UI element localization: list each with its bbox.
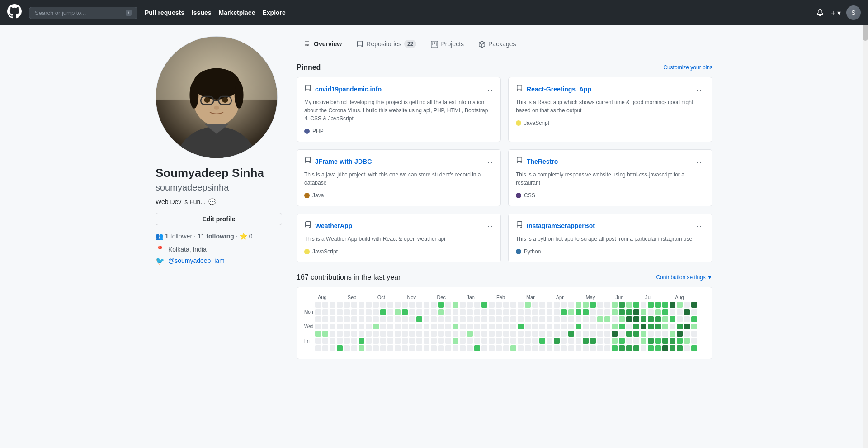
contrib-day-22-0[interactable]	[474, 302, 480, 308]
contrib-day-16-0[interactable]	[431, 302, 437, 308]
contrib-day-46-6[interactable]	[648, 345, 654, 351]
contrib-day-39-5[interactable]	[597, 338, 603, 344]
contrib-day-18-5[interactable]	[445, 338, 451, 344]
contrib-day-39-1[interactable]	[597, 309, 603, 315]
contrib-day-41-3[interactable]	[612, 324, 618, 329]
contrib-day-31-4[interactable]	[539, 331, 545, 337]
contrib-day-50-5[interactable]	[677, 338, 683, 344]
contrib-day-33-5[interactable]	[554, 338, 560, 344]
contrib-day-1-0[interactable]	[322, 302, 328, 308]
contrib-day-38-2[interactable]	[590, 316, 596, 322]
contrib-day-36-6[interactable]	[576, 345, 581, 351]
contrib-day-27-5[interactable]	[510, 338, 516, 344]
contrib-day-12-4[interactable]	[402, 331, 408, 337]
contrib-day-9-5[interactable]	[380, 338, 386, 344]
contrib-day-19-4[interactable]	[453, 331, 458, 337]
contrib-day-48-5[interactable]	[662, 338, 668, 344]
contrib-day-3-3[interactable]	[337, 324, 343, 329]
contrib-day-10-5[interactable]	[387, 338, 393, 344]
contrib-day-39-0[interactable]	[597, 302, 603, 308]
contrib-day-44-1[interactable]	[633, 309, 639, 315]
contrib-day-52-5[interactable]	[691, 338, 697, 344]
contrib-day-17-0[interactable]	[438, 302, 444, 308]
contrib-day-1-1[interactable]	[322, 309, 328, 315]
contrib-day-42-0[interactable]	[619, 302, 625, 308]
contrib-day-52-3[interactable]	[691, 324, 697, 329]
pin-card-name-4[interactable]: WeatherApp	[315, 222, 352, 229]
contrib-day-19-3[interactable]	[453, 324, 458, 329]
contrib-day-10-6[interactable]	[387, 345, 393, 351]
contrib-day-2-0[interactable]	[330, 302, 335, 308]
contrib-day-6-0[interactable]	[359, 302, 364, 308]
contrib-day-13-2[interactable]	[409, 316, 415, 322]
contrib-day-34-0[interactable]	[561, 302, 567, 308]
contrib-day-18-0[interactable]	[445, 302, 451, 308]
contrib-day-31-0[interactable]	[539, 302, 545, 308]
contrib-day-31-6[interactable]	[539, 345, 545, 351]
contrib-day-51-0[interactable]	[684, 302, 690, 308]
contrib-day-4-1[interactable]	[344, 309, 350, 315]
contrib-day-39-6[interactable]	[597, 345, 603, 351]
contrib-day-52-2[interactable]	[691, 316, 697, 322]
nav-issues[interactable]: Issues	[192, 9, 212, 16]
contrib-day-46-3[interactable]	[648, 324, 654, 329]
contrib-day-45-0[interactable]	[641, 302, 646, 308]
contrib-day-38-1[interactable]	[590, 309, 596, 315]
contrib-day-28-0[interactable]	[518, 302, 524, 308]
contrib-day-4-6[interactable]	[344, 345, 350, 351]
contrib-day-47-4[interactable]	[655, 331, 661, 337]
contrib-day-7-5[interactable]	[366, 338, 372, 344]
contrib-day-21-4[interactable]	[467, 331, 473, 337]
contrib-day-16-5[interactable]	[431, 338, 437, 344]
scrollbar[interactable]	[863, 0, 868, 359]
contrib-day-49-3[interactable]	[670, 324, 675, 329]
contrib-day-46-1[interactable]	[648, 309, 654, 315]
contrib-day-10-1[interactable]	[387, 309, 393, 315]
contrib-day-6-5[interactable]	[359, 338, 364, 344]
contrib-day-42-3[interactable]	[619, 324, 625, 329]
contrib-day-20-2[interactable]	[460, 316, 466, 322]
contrib-day-5-1[interactable]	[351, 309, 357, 315]
contrib-day-39-2[interactable]	[597, 316, 603, 322]
contrib-day-8-4[interactable]	[373, 331, 379, 337]
contrib-day-0-4[interactable]	[315, 331, 321, 337]
contrib-day-14-1[interactable]	[416, 309, 422, 315]
contrib-day-30-0[interactable]	[532, 302, 538, 308]
contrib-day-33-1[interactable]	[554, 309, 560, 315]
contrib-day-26-6[interactable]	[503, 345, 509, 351]
contrib-day-15-0[interactable]	[424, 302, 429, 308]
contrib-day-41-2[interactable]	[612, 316, 618, 322]
contrib-day-35-5[interactable]	[568, 338, 574, 344]
contrib-day-7-1[interactable]	[366, 309, 372, 315]
contrib-day-24-0[interactable]	[489, 302, 495, 308]
pin-card-menu-5[interactable]: ⋯	[696, 221, 705, 231]
contrib-day-23-4[interactable]	[481, 331, 487, 337]
contrib-day-23-6[interactable]	[481, 345, 487, 351]
contrib-day-31-2[interactable]	[539, 316, 545, 322]
contrib-day-24-5[interactable]	[489, 338, 495, 344]
contrib-day-43-4[interactable]	[626, 331, 632, 337]
contrib-day-19-2[interactable]	[453, 316, 458, 322]
contrib-day-42-6[interactable]	[619, 345, 625, 351]
contrib-day-20-0[interactable]	[460, 302, 466, 308]
new-item-button[interactable]: + ▾	[829, 7, 843, 19]
contrib-day-2-1[interactable]	[330, 309, 335, 315]
contrib-day-28-4[interactable]	[518, 331, 524, 337]
contrib-day-1-6[interactable]	[322, 345, 328, 351]
contrib-day-5-6[interactable]	[351, 345, 357, 351]
contrib-day-44-3[interactable]	[633, 324, 639, 329]
contrib-day-9-4[interactable]	[380, 331, 386, 337]
contrib-day-27-1[interactable]	[510, 309, 516, 315]
contrib-day-20-4[interactable]	[460, 331, 466, 337]
pin-card-name-1[interactable]: React-Greetings_App	[527, 86, 591, 93]
contrib-day-28-2[interactable]	[518, 316, 524, 322]
contrib-day-1-3[interactable]	[322, 324, 328, 329]
contrib-day-45-4[interactable]	[641, 331, 646, 337]
pin-card-menu-2[interactable]: ⋯	[485, 157, 493, 167]
contrib-day-34-2[interactable]	[561, 316, 567, 322]
contrib-day-43-6[interactable]	[626, 345, 632, 351]
contrib-day-12-6[interactable]	[402, 345, 408, 351]
contrib-day-20-1[interactable]	[460, 309, 466, 315]
contrib-day-29-2[interactable]	[525, 316, 531, 322]
contrib-day-33-2[interactable]	[554, 316, 560, 322]
